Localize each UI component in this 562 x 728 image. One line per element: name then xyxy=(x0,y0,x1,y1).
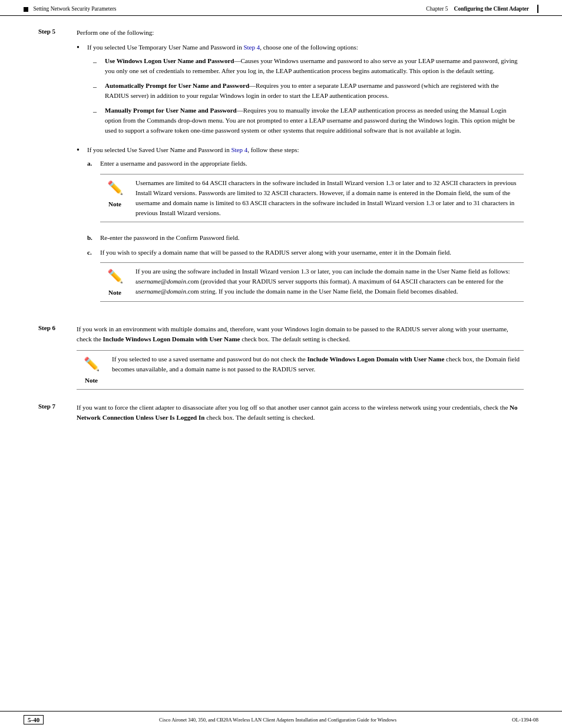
step-6-label: Step 6 xyxy=(38,324,77,396)
note-text-c: If you are using the software included i… xyxy=(135,266,524,297)
step-7-text: If you want to force the client adapter … xyxy=(77,403,524,423)
sub-dash-2: – xyxy=(93,81,105,93)
step-6-content: If you work in an environment with multi… xyxy=(77,324,524,396)
step-5-content: Perform one of the following: • If you s… xyxy=(77,28,524,317)
step-7-label: Step 7 xyxy=(38,403,77,423)
note-step6-bold: Include Windows Logon Domain with User N… xyxy=(307,355,444,363)
step-7-content: If you want to force the client adapter … xyxy=(77,403,524,423)
page-number: 5-40 xyxy=(24,715,44,724)
sub-text-3: Manually Prompt for User Name and Passwo… xyxy=(105,106,524,136)
alpha-label-b: b. xyxy=(87,233,100,243)
footer-right-text: OL-1394-08 xyxy=(512,717,538,723)
alpha-item-a: a. Enter a username and password in the … xyxy=(87,159,524,228)
sub-text-2: Automatically Prompt for User Name and P… xyxy=(105,81,524,101)
pencil-icon-step6: ✏️ xyxy=(84,354,100,374)
step-6-row: Step 6 If you work in an environment wit… xyxy=(38,324,524,396)
header-chapter-title-right: Chapter 5 Configuring the Client Adapter xyxy=(426,5,538,13)
italic-username-domain-2: username@domain xyxy=(135,288,186,295)
sub-option-1: – Use Windows Logon User Name and Passwo… xyxy=(93,56,524,76)
sub-dash-1: – xyxy=(93,56,105,68)
note-label-c: Note xyxy=(108,288,121,298)
note-text-step6: If you selected to use a saved username … xyxy=(112,354,524,374)
step-5-bullet-list: • If you selected Use Temporary User Nam… xyxy=(77,42,524,312)
note-icon-col-c: ✏️ Note xyxy=(100,266,130,298)
alpha-text-a: Enter a username and password in the app… xyxy=(100,159,524,228)
note-label-a: Note xyxy=(108,199,121,209)
bullet-2-after-link: , follow these steps: xyxy=(247,146,299,153)
bullet-2-before-link: If you selected Use Saved User Name and … xyxy=(87,146,231,153)
footer-center-text: Cisco Aironet 340, 350, and CB20A Wirele… xyxy=(55,717,500,723)
step-5-row: Step 5 Perform one of the following: • I… xyxy=(38,28,524,317)
header-pipe xyxy=(537,5,538,13)
sub-bold-1: Use Windows Logon User Name and Password xyxy=(105,57,234,64)
alpha-label-a: a. xyxy=(87,159,100,228)
alpha-item-c: c. If you wish to specify a domain name … xyxy=(87,248,524,308)
bullet-dot-2: • xyxy=(77,145,87,312)
step-6-bold: Include Windows Logon Domain with User N… xyxy=(103,335,240,342)
pencil-icon-a: ✏️ xyxy=(107,178,123,198)
alpha-item-b: b. Re-enter the password in the Confirm … xyxy=(87,233,524,243)
note-box-c: ✏️ Note If you are using the software in… xyxy=(100,262,524,302)
note-icon-col-a: ✏️ Note xyxy=(100,178,130,209)
sub-option-2: – Automatically Prompt for User Name and… xyxy=(93,81,524,101)
pencil-icon-c: ✏️ xyxy=(107,266,123,286)
header-subheading-left: Setting Network Security Parameters xyxy=(24,6,117,12)
alpha-label-c: c. xyxy=(87,248,100,308)
step4-link-2[interactable]: Step 4 xyxy=(231,146,247,153)
step-6-text: If you work in an environment with multi… xyxy=(77,324,524,344)
note-box-a: ✏️ Note Usernames are limited to 64 ASCI… xyxy=(100,174,524,222)
note-box-step6: ✏️ Note If you selected to use a saved u… xyxy=(77,350,524,390)
header-chapter-right: Chapter 5 xyxy=(426,6,448,12)
bullet-item-2: • If you selected Use Saved User Name an… xyxy=(77,145,524,312)
alpha-text-b: Re-enter the password in the Confirm Pas… xyxy=(100,233,524,243)
sub-options-list: – Use Windows Logon User Name and Passwo… xyxy=(93,56,524,136)
alpha-text-c: If you wish to specify a domain name tha… xyxy=(100,248,524,308)
bullet-item-1: • If you selected Use Temporary User Nam… xyxy=(77,42,524,140)
sub-text-1: Use Windows Logon User Name and Password… xyxy=(105,56,524,76)
main-content: Step 5 Perform one of the following: • I… xyxy=(0,16,562,465)
italic-username-domain-1: username@domain xyxy=(135,278,186,285)
sub-dash-3: – xyxy=(93,106,105,117)
page-container: Setting Network Security Parameters Chap… xyxy=(0,0,562,728)
note-icon-col-step6: ✏️ Note xyxy=(77,354,106,386)
step-7-bold: No Network Connection Unless User Is Log… xyxy=(77,404,517,421)
bullet-1-after-link: , choose one of the following options: xyxy=(260,44,358,51)
step-5-label: Step 5 xyxy=(38,28,77,317)
step-5-intro: Perform one of the following: xyxy=(77,28,524,38)
alpha-steps-container: a. Enter a username and password in the … xyxy=(87,159,524,307)
page-footer: 5-40 Cisco Aironet 340, 350, and CB20A W… xyxy=(0,711,562,728)
header-title-right: Configuring the Client Adapter xyxy=(454,6,529,12)
bullet-text-1: If you selected Use Temporary User Name … xyxy=(87,42,524,140)
sub-bold-3: Manually Prompt for User Name and Passwo… xyxy=(105,107,237,114)
page-header: Setting Network Security Parameters Chap… xyxy=(0,0,562,16)
note-label-step6: Note xyxy=(85,375,98,386)
note-text-a: Usernames are limited to 64 ASCII charac… xyxy=(135,178,524,218)
step4-link-1[interactable]: Step 4 xyxy=(243,44,260,51)
bullet-dot-1: • xyxy=(77,42,87,140)
bullet-1-before-link: If you selected Use Temporary User Name … xyxy=(87,44,243,51)
step-7-row: Step 7 If you want to force the client a… xyxy=(38,403,524,423)
sub-bold-2: Automatically Prompt for User Name and P… xyxy=(105,82,249,89)
sub-option-3: – Manually Prompt for User Name and Pass… xyxy=(93,106,524,136)
bullet-text-2: If you selected Use Saved User Name and … xyxy=(87,145,524,312)
